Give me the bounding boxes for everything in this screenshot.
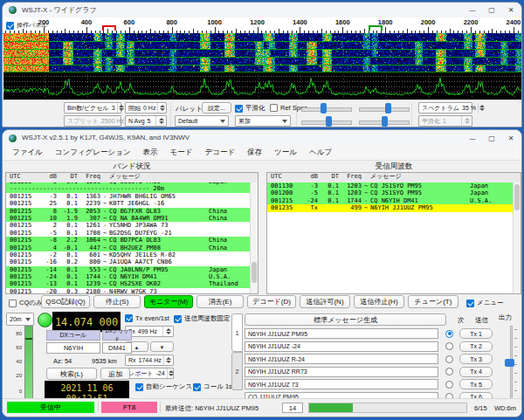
erase-button[interactable]: 消去(E) xyxy=(196,295,244,308)
hold-tx-freq-checkbox[interactable] xyxy=(174,315,182,323)
minimize-icon[interactable] xyxy=(465,4,479,16)
main-titlebar[interactable]: WSJT-X v2.5.1 by K1JT, G4WJS, K9AN, and … xyxy=(3,130,521,147)
tx-even-checkbox[interactable] xyxy=(125,314,133,322)
table-row[interactable]: 001215250.12239~K0TT JE6HGL -16 xyxy=(6,200,250,207)
spectrum-gain-slider[interactable] xyxy=(301,116,352,127)
tune-button[interactable]: チューン(T) xyxy=(408,295,458,308)
table-row[interactable]: 001215-240.11744-CQ N6YIH DM41U.S.A. xyxy=(267,197,513,204)
menu-item-5[interactable]: デコード xyxy=(199,146,242,160)
menu-item-1[interactable]: ファイル xyxy=(6,146,49,160)
auto-seq-checkbox[interactable] xyxy=(135,383,143,391)
spinner-arrows-icon[interactable] xyxy=(163,355,172,365)
table-row[interactable]: 001215-140.1553~CQ JA0LNN/P PM95Japan xyxy=(6,266,250,273)
close-icon[interactable] xyxy=(504,4,518,16)
flatten-checkbox[interactable] xyxy=(235,105,243,113)
next-radio-3[interactable] xyxy=(445,355,453,363)
spinner-arrows-icon[interactable] xyxy=(157,103,165,113)
cq-only-checkbox[interactable] xyxy=(9,300,17,307)
waterfall-gain-slider[interactable] xyxy=(301,103,352,114)
tx-message-field-4[interactable]: N6YIH JJ1UUZ RR73 xyxy=(245,367,438,377)
palette-select[interactable]: Default xyxy=(175,115,229,127)
table-row[interactable]: 001215-130.11239~CQ HS2SXE OK02Thailand xyxy=(6,280,250,287)
table-row[interactable]: 00121520.11261-YC5NHD JP3AWA 73 xyxy=(6,222,250,229)
table-row[interactable]: 001235Tx499~N6YIH JJ1UUZ PM95 xyxy=(267,204,513,211)
table-row[interactable]: 001200-50.11203~CQ JS1SYO PM95Japan xyxy=(267,189,513,196)
monitor-button[interactable]: モニター(M) xyxy=(144,295,193,308)
spinner-arrows-icon[interactable] xyxy=(162,327,172,336)
average-mode-select[interactable]: 累加 xyxy=(235,115,291,127)
next-radio-2[interactable] xyxy=(445,342,453,350)
report-spinner[interactable]: レポート-24 xyxy=(125,368,174,379)
table-row[interactable]: 001215101.9307~CQ NA BA4WR OM91China xyxy=(6,215,250,222)
maximize-icon[interactable] xyxy=(485,4,499,16)
spinner-arrows-icon[interactable] xyxy=(117,103,124,113)
menu-item-3[interactable]: 表示 xyxy=(137,146,164,160)
table-row[interactable]: 001215-160.2800~JA1UQA AA7CT CN86 xyxy=(6,258,250,265)
table-row[interactable]: 001215-30.11363-JH7HWR BH6LIG OM65 xyxy=(6,193,250,200)
spectrum-pct-spinner[interactable]: スペクトラム 35 % xyxy=(418,102,472,114)
next-radio-1[interactable] xyxy=(445,330,453,338)
tab-messages-1[interactable]: 1 xyxy=(231,313,243,352)
send-tx5-button[interactable]: Tx 5 xyxy=(459,379,493,389)
add-button[interactable]: 追加 xyxy=(100,368,130,380)
table-row[interactable]: 001130-30.11203~CQ JS1SYO PM95Japan xyxy=(267,182,513,189)
menus-checkbox[interactable] xyxy=(466,300,474,307)
table-row[interactable]: 001215-82.21064~CQ BD7PCA OL83China xyxy=(6,237,250,244)
wide-graph-titlebar[interactable]: WSJT-X - ワイドグラフ xyxy=(3,3,521,18)
ref-spec-checkbox[interactable] xyxy=(270,104,278,112)
spectrum-canvas[interactable] xyxy=(3,72,522,100)
dx-grid-field[interactable]: DM41 xyxy=(102,342,132,354)
spectrum-zero-slider[interactable] xyxy=(359,116,410,127)
frequency-scale[interactable]: 操作パネル 2004006008001000120014001600180020… xyxy=(3,17,521,34)
tx-message-field-1[interactable]: N6YIH JJ1UUZ PM95 xyxy=(245,328,438,339)
spinner-arrows-icon[interactable] xyxy=(167,368,174,378)
table-row[interactable]: 001215-20.1601~KD5QHV JE1LES R-02 xyxy=(6,251,250,258)
menu-item-6[interactable]: 保存 xyxy=(241,146,268,160)
minimize-icon[interactable] xyxy=(465,133,479,144)
tx-freq-down-button[interactable] xyxy=(150,341,174,352)
tx-message-field-5[interactable]: N6YIH JJ1UUZ 73 xyxy=(245,379,438,389)
palette-settings-button[interactable]: 設定... xyxy=(202,102,231,114)
send-tx3-button[interactable]: Tx 3 xyxy=(459,354,493,364)
lookup-button[interactable]: 検索(L) xyxy=(46,368,97,380)
stop-button[interactable]: 停止(S) xyxy=(93,295,141,308)
tab-messages-2[interactable]: 2 xyxy=(231,352,243,390)
next-radio-4[interactable] xyxy=(445,368,453,375)
decode-button[interactable]: デコード(D) xyxy=(247,295,296,308)
tx-freq-spinner[interactable]: Tx499Hz xyxy=(125,326,174,337)
halt-tx-button[interactable]: 送信停止(H) xyxy=(354,295,404,308)
waterfall-zero-slider[interactable] xyxy=(359,103,410,114)
menu-item-7[interactable]: ツール xyxy=(268,146,303,160)
scrollbar[interactable] xyxy=(513,182,521,293)
scrollbar[interactable] xyxy=(250,182,258,293)
dx-call-field[interactable]: N6YIH xyxy=(46,342,100,354)
send-tx1-button[interactable]: Tx 1 xyxy=(459,328,493,339)
table-row[interactable]: 001215-50.11708~BG2DSG DU7EYG -21 xyxy=(6,230,250,237)
start-freq-spinner[interactable]: 開始 0 Hz xyxy=(125,102,167,114)
rx-freq-spinner[interactable]: Rx1744Hz xyxy=(125,355,174,366)
maximize-icon[interactable] xyxy=(485,133,499,144)
spinner-arrows-icon[interactable] xyxy=(478,103,485,113)
bins-per-pixel-spinner[interactable]: Bin数/ピクセル 3 xyxy=(64,102,121,114)
menu-item-4[interactable]: モード xyxy=(164,146,199,160)
close-icon[interactable] xyxy=(504,133,518,144)
call-first-checkbox[interactable] xyxy=(193,383,201,391)
send-tx4-button[interactable]: Tx 4 xyxy=(459,367,493,377)
tx-message-field-3[interactable]: N6YIH JJ1UUZ R-24 xyxy=(245,354,438,364)
n-avg-spinner[interactable]: N Avg 5 xyxy=(125,115,167,127)
send-tx2-button[interactable]: Tx 2 xyxy=(459,341,493,352)
tx-message-field-2[interactable]: N6YIH JJ1UUZ -24 xyxy=(245,341,438,352)
waterfall-canvas[interactable] xyxy=(3,33,522,72)
log-qso-button[interactable]: QSO記録(Q) xyxy=(41,295,90,308)
menu-item-8[interactable]: ヘルプ xyxy=(303,146,338,160)
enable-tx-button[interactable]: 送信許可(N) xyxy=(300,295,350,308)
table-row[interactable]: 0012158-1.92053-CQ BG7FXR OL83China xyxy=(6,208,250,215)
table-row[interactable]: 001215-240.11744-CQ N6YIH DM41U.S.A. xyxy=(6,273,250,280)
pwr-slider-handle[interactable] xyxy=(505,359,514,367)
table-row[interactable]: 0012154-0.1447~CQ BH2UEZ PM08China xyxy=(6,244,250,251)
control-panel-checkbox[interactable] xyxy=(6,22,14,30)
generate-std-msgs-button[interactable]: 標準メッセージ生成 xyxy=(245,313,446,326)
menu-item-2[interactable]: コンフィグレーション xyxy=(49,146,137,160)
spinner-arrows-icon[interactable] xyxy=(155,116,165,126)
pwr-slider[interactable] xyxy=(504,326,518,403)
